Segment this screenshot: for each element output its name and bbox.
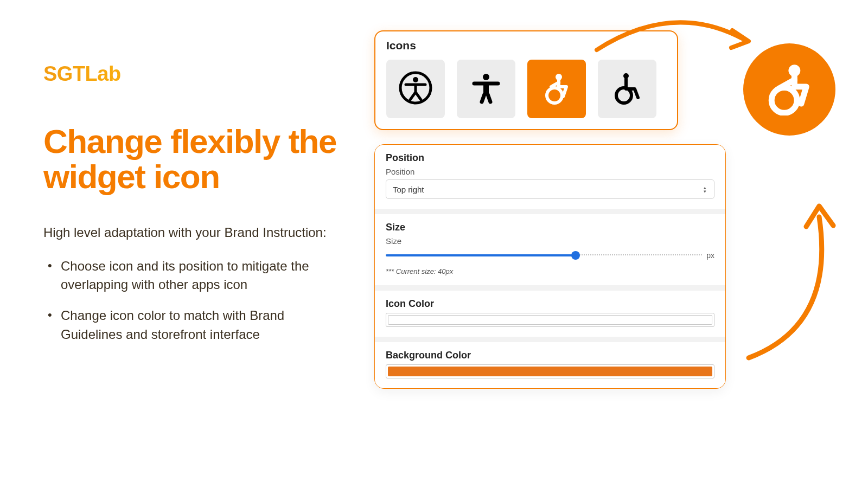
feature-item: Change icon color to match with Brand Gu… (59, 306, 347, 344)
chevron-updown-icon (701, 185, 709, 193)
divider (375, 285, 725, 291)
icon-option-person-arms[interactable] (457, 60, 515, 118)
svg-point-1 (413, 77, 418, 82)
svg-point-8 (771, 87, 797, 113)
icon-color-input[interactable] (386, 313, 714, 327)
universal-access-icon (398, 70, 433, 107)
position-field-label: Position (386, 167, 714, 176)
position-section-title: Position (386, 152, 714, 164)
size-current-note: *** Current size: 40px (386, 267, 714, 275)
bg-color-title: Background Color (386, 350, 714, 361)
icon-option-wheelchair[interactable] (598, 60, 656, 118)
size-slider[interactable] (386, 254, 702, 257)
svg-point-4 (547, 88, 562, 103)
feature-item: Choose icon and its position to mitigate… (59, 257, 347, 295)
icon-color-title: Icon Color (386, 298, 714, 310)
bg-color-section: Background Color (375, 342, 725, 388)
bg-color-input[interactable] (386, 364, 714, 378)
icon-color-section: Icon Color (375, 291, 725, 337)
settings-panel: Position Position Top right Size Size px… (374, 144, 726, 389)
divider (375, 209, 725, 214)
divider (375, 337, 725, 342)
icon-option-universal-access[interactable] (386, 60, 445, 118)
wheelchair-icon (610, 70, 644, 107)
svg-point-2 (483, 74, 489, 80)
slider-thumb[interactable] (571, 251, 580, 260)
size-unit-label: px (706, 251, 714, 260)
arrow-icon (738, 184, 852, 369)
person-arms-icon (469, 70, 503, 107)
position-select[interactable]: Top right (386, 179, 714, 199)
size-section: Size Size px *** Current size: 40px (375, 214, 725, 285)
wheelchair-active-icon (539, 70, 574, 107)
icon-color-swatch (388, 315, 712, 325)
intro-text: High level adaptation with your Brand In… (43, 224, 347, 241)
position-section: Position Position Top right (375, 145, 725, 209)
size-field-label: Size (386, 236, 714, 246)
page-headline: Change flexibly the widget icon (43, 124, 347, 194)
brand-logo: SGTLab (43, 62, 347, 86)
wheelchair-active-icon (762, 61, 816, 118)
bg-color-swatch (388, 367, 712, 376)
size-section-title: Size (386, 222, 714, 233)
position-select-value: Top right (393, 185, 424, 194)
arrow-icon (586, 12, 760, 61)
feature-list: Choose icon and its position to mitigate… (43, 257, 347, 344)
icon-option-wheelchair-active[interactable] (527, 60, 586, 118)
